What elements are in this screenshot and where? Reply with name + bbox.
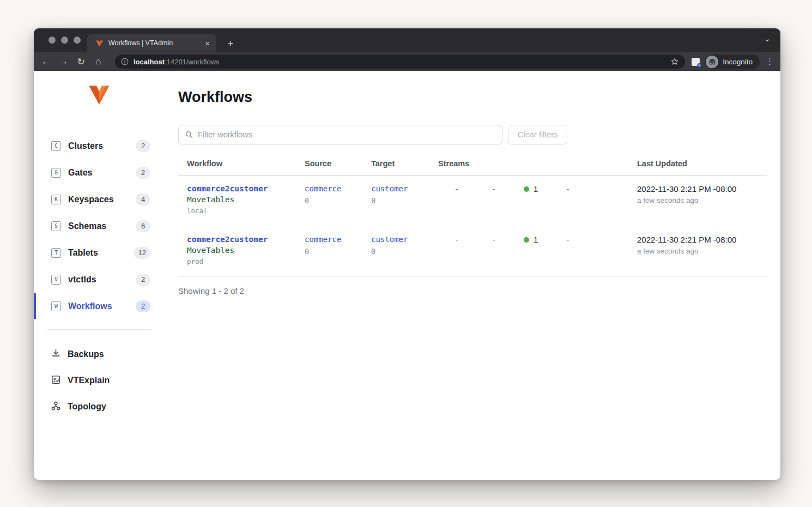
sidebar-item-label: Clusters <box>68 141 103 151</box>
table-body: commerce2customerMoveTableslocalcommerce… <box>178 176 767 277</box>
target-shard-count: 0 <box>371 196 438 205</box>
search-icon <box>185 131 193 138</box>
count-badge: 12 <box>134 247 150 259</box>
column-header-streams: Streams <box>438 159 637 168</box>
workflow-cluster: prod <box>187 257 305 265</box>
workflow-name-link[interactable]: commerce2customer <box>187 235 305 244</box>
source-keyspace-link[interactable]: commerce <box>305 184 371 193</box>
sidebar-item-label: Gates <box>68 168 92 178</box>
last-updated-cell: 2022-11-30 2:21 PM -08:00a few seconds a… <box>637 235 767 265</box>
browser-titlebar: Workflows | VTAdmin × + ⌄ <box>34 28 780 52</box>
count-badge: 2 <box>136 140 150 152</box>
workflow-cell: commerce2customerMoveTablesprod <box>187 235 305 265</box>
new-tab-button[interactable]: + <box>223 38 238 50</box>
incognito-label: Incognito <box>723 58 753 66</box>
sidebar-item-gates[interactable]: GGates2 <box>34 159 153 186</box>
sidebar-item-schemas[interactable]: SSchemas6 <box>34 213 153 239</box>
count-badge: 4 <box>136 194 150 206</box>
sidebar-item-tablets[interactable]: TTablets12 <box>34 239 153 266</box>
workflows-table: WorkflowSourceTargetStreamsLast Updated … <box>178 159 767 295</box>
sidebar-item-backups[interactable]: Backups <box>34 341 153 367</box>
last-updated-time: 2022-11-30 2:21 PM -08:00 <box>637 184 767 194</box>
column-header-target: Target <box>371 159 438 168</box>
vtctlds-letter-icon: V <box>51 275 61 285</box>
sidebar-item-vtctlds[interactable]: Vvtctlds2 <box>34 266 153 293</box>
sidebar-tools: BackupsVTExplainTopology <box>34 341 153 420</box>
active-indicator-bar <box>34 293 36 319</box>
browser-menu-icon[interactable]: ⋮ <box>766 57 774 67</box>
reload-icon[interactable]: ↻ <box>74 55 88 69</box>
download-icon <box>51 348 61 361</box>
table-header-row: WorkflowSourceTargetStreamsLast Updated <box>178 159 767 176</box>
vtadmin-favicon <box>95 39 104 47</box>
incognito-avatar-icon <box>706 56 718 68</box>
url-path: :14201/workflows <box>165 58 219 66</box>
browser-tab[interactable]: Workflows | VTAdmin × <box>87 34 216 52</box>
tab-title: Workflows | VTAdmin <box>108 39 200 47</box>
workflow-cluster: local <box>187 207 305 215</box>
target-keyspace-link[interactable]: customer <box>371 184 438 193</box>
stream-count: - <box>438 235 475 244</box>
back-icon[interactable]: ← <box>39 55 53 69</box>
stream-count: - <box>475 184 512 194</box>
filter-searchbox <box>178 125 502 144</box>
close-tab-icon[interactable]: × <box>205 39 210 47</box>
site-info-icon[interactable] <box>121 58 129 65</box>
address-bar[interactable]: localhost:14201/workflows <box>115 55 685 69</box>
sidebar-item-workflows[interactable]: WWorkflows2 <box>34 293 153 319</box>
stream-running-dot <box>524 237 529 243</box>
sidebar-item-label: Tablets <box>68 248 98 258</box>
clear-filters-button[interactable]: Clear filters <box>508 125 567 144</box>
window-controls <box>49 37 81 44</box>
sidebar-divider <box>47 329 152 330</box>
main-content: Workflows Clear filters WorkflowSourceTa… <box>153 71 780 480</box>
stream-running-dot <box>524 186 529 192</box>
sidebar-item-label: Schemas <box>68 221 106 231</box>
extension-icon[interactable] <box>692 58 700 66</box>
streams-cell: --1- <box>438 235 637 265</box>
gates-letter-icon: G <box>51 168 61 178</box>
source-shard-count: 0 <box>305 247 371 256</box>
sidebar-item-vtexplain[interactable]: VTExplain <box>34 367 153 394</box>
tab-search-chevron-icon[interactable]: ⌄ <box>763 34 771 44</box>
last-updated-relative: a few seconds ago <box>637 247 767 255</box>
count-badge: 2 <box>136 300 150 312</box>
workflows-letter-icon: W <box>51 301 61 311</box>
maximize-window-button[interactable] <box>74 37 81 44</box>
sidebar-item-label: Workflows <box>68 301 112 311</box>
streams-cell: --1- <box>438 184 637 215</box>
source-cell: commerce0 <box>305 235 371 265</box>
sidebar-item-clusters[interactable]: CClusters2 <box>34 132 153 159</box>
url-host: localhost <box>134 58 165 66</box>
forward-icon[interactable]: → <box>56 55 71 69</box>
column-header-last-updated: Last Updated <box>637 159 767 168</box>
source-keyspace-link[interactable]: commerce <box>305 235 371 244</box>
sidebar-item-topology[interactable]: Topology <box>34 394 153 420</box>
stream-count: - <box>549 184 586 194</box>
sidebar-item-label: Keyspaces <box>68 195 114 204</box>
close-window-button[interactable] <box>49 37 56 44</box>
source-shard-count: 0 <box>305 196 371 205</box>
stream-count: 1 <box>512 235 549 244</box>
url-text[interactable]: localhost:14201/workflows <box>134 58 665 66</box>
sidebar-item-label: Topology <box>68 402 106 412</box>
table-footer: Showing 1 - 2 of 2 <box>178 286 767 295</box>
document-check-icon <box>51 375 61 387</box>
minimize-window-button[interactable] <box>61 37 68 44</box>
source-cell: commerce0 <box>305 184 371 215</box>
last-updated-cell: 2022-11-30 2:21 PM -08:00a few seconds a… <box>637 184 767 215</box>
workflow-row: commerce2customerMoveTablesprodcommerce0… <box>178 226 767 277</box>
home-icon[interactable]: ⌂ <box>91 55 106 69</box>
vitess-logo[interactable] <box>34 82 153 107</box>
last-updated-relative: a few seconds ago <box>637 196 767 204</box>
topology-icon <box>51 401 61 413</box>
target-cell: customer0 <box>371 235 438 265</box>
bookmark-star-icon[interactable] <box>670 57 679 66</box>
count-badge: 2 <box>136 274 150 286</box>
tablets-letter-icon: T <box>51 248 61 258</box>
target-keyspace-link[interactable]: customer <box>371 235 438 244</box>
column-header-workflow: Workflow <box>187 159 305 168</box>
filter-workflows-input[interactable] <box>198 130 495 139</box>
sidebar-item-keyspaces[interactable]: KKeyspaces4 <box>34 186 153 213</box>
workflow-name-link[interactable]: commerce2customer <box>187 184 305 193</box>
